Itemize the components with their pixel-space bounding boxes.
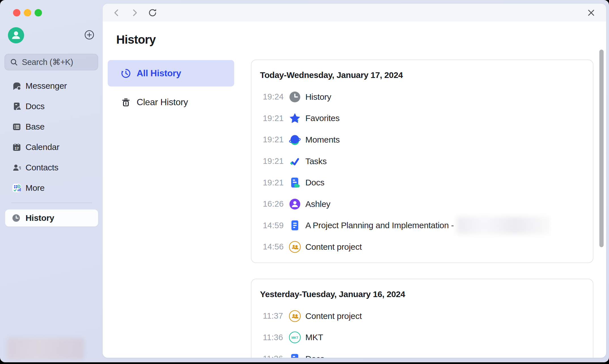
moments-icon xyxy=(289,134,301,146)
history-entry[interactable]: 19:21 Docs xyxy=(251,172,593,193)
sidebar-item-base[interactable]: Base xyxy=(0,117,103,137)
entry-time: 19:21 xyxy=(263,156,289,166)
sidebar: Messenger Docs Base 17Calendar Contacts … xyxy=(0,0,103,362)
entry-time: 14:56 xyxy=(263,242,289,251)
add-button[interactable] xyxy=(84,30,94,40)
sidebar-item-label: More xyxy=(26,183,45,193)
scrollbar-thumb[interactable] xyxy=(599,50,604,247)
search-input[interactable] xyxy=(21,57,90,67)
mkt-icon: MKT xyxy=(289,331,301,343)
history-clock-icon xyxy=(12,214,20,222)
app-window: Messenger Docs Base 17Calendar Contacts … xyxy=(0,0,609,362)
sidebar-menu: Messenger Docs Base 17Calendar Contacts … xyxy=(0,76,103,198)
nav-label: Clear History xyxy=(137,97,188,107)
sidebar-item-label: Messenger xyxy=(26,81,67,91)
avatar-icon xyxy=(289,198,301,210)
history-entry[interactable]: 19:21 Moments xyxy=(251,129,593,151)
entry-time: 14:59 xyxy=(263,221,289,230)
page-title: History xyxy=(116,33,156,46)
forward-button[interactable] xyxy=(130,8,140,18)
window-zoom-button[interactable] xyxy=(35,9,42,16)
chevron-right-icon xyxy=(130,8,140,18)
sidebar-item-history[interactable]: History xyxy=(5,209,98,227)
docs-icon xyxy=(12,102,21,111)
redacted-text-region xyxy=(457,217,550,234)
trash-icon xyxy=(121,98,131,107)
doc-icon xyxy=(289,219,301,231)
nav-all-history[interactable]: All History xyxy=(108,60,234,86)
main-panel: History All History xyxy=(103,4,606,358)
entry-time: 11:36 xyxy=(263,354,289,358)
history-nav: All History Clear History xyxy=(108,60,234,115)
search-icon xyxy=(10,58,18,66)
sidebar-item-messenger[interactable]: Messenger xyxy=(0,76,103,96)
entry-label: Content project xyxy=(305,311,362,321)
entry-time: 19:21 xyxy=(263,114,289,123)
entry-label: Docs xyxy=(305,354,324,358)
docs-icon xyxy=(289,353,301,358)
all-history-icon xyxy=(121,69,131,78)
back-button[interactable] xyxy=(111,8,122,18)
entry-list: 11:37 Content project11:36 MKTMKT11:36 D… xyxy=(251,305,593,358)
sidebar-item-more[interactable]: More xyxy=(0,178,103,198)
plus-circle-icon xyxy=(84,30,94,40)
redacted-sidebar-region xyxy=(7,338,84,359)
refresh-icon xyxy=(147,8,158,18)
sidebar-divider xyxy=(11,203,92,203)
entry-label: Favorites xyxy=(305,113,340,123)
history-entry[interactable]: 19:21 Favorites xyxy=(251,108,593,129)
history-entry[interactable]: 14:56 Content project xyxy=(251,236,593,258)
history-entry[interactable]: 19:21 Tasks xyxy=(251,151,593,172)
svg-text:17: 17 xyxy=(15,146,19,151)
nav-label: All History xyxy=(137,68,181,79)
person-icon xyxy=(8,27,24,43)
entry-label: Content project xyxy=(305,242,362,252)
close-panel-button[interactable] xyxy=(586,8,596,18)
history-entry[interactable]: 16:26 Ashley xyxy=(251,193,593,215)
calendar-icon: 17 xyxy=(12,143,21,152)
history-entry[interactable]: 14:59 A Project Planning and Implementat… xyxy=(251,215,593,236)
history-entry[interactable]: 11:37 Content project xyxy=(251,305,593,327)
favorites-icon xyxy=(289,112,301,124)
sidebar-item-docs[interactable]: Docs xyxy=(0,96,103,117)
search-box[interactable] xyxy=(5,54,98,70)
history-group-card: Today-Wednesday, January 17, 202419:24 H… xyxy=(251,60,593,263)
window-minimize-button[interactable] xyxy=(24,9,31,16)
sidebar-item-calendar[interactable]: 17Calendar xyxy=(0,137,103,157)
entry-time: 16:26 xyxy=(263,199,289,209)
history-entry[interactable]: 11:36 MKTMKT xyxy=(251,327,593,348)
entry-label: History xyxy=(305,92,331,102)
entry-time: 11:36 xyxy=(263,333,289,342)
docs-icon xyxy=(289,177,301,189)
entry-time: 11:37 xyxy=(263,311,289,321)
entry-label: A Project Planning and Implementation - xyxy=(305,221,454,230)
group-title: Today-Wednesday, January 17, 2024 xyxy=(260,70,403,80)
close-icon xyxy=(586,8,596,18)
base-icon xyxy=(12,122,21,131)
history-group-card: Yesterday-Tuesday, January 16, 202411:37… xyxy=(251,279,593,358)
refresh-button[interactable] xyxy=(147,8,158,18)
user-avatar[interactable] xyxy=(8,27,24,43)
entry-time: 19:24 xyxy=(263,92,289,101)
sidebar-item-contacts[interactable]: Contacts xyxy=(0,157,103,178)
more-icon xyxy=(12,183,21,192)
entry-time: 19:21 xyxy=(263,178,289,187)
nav-clear-history[interactable]: Clear History xyxy=(108,89,234,115)
history-entry[interactable]: 19:24 History xyxy=(251,86,593,108)
contacts-icon xyxy=(12,163,21,172)
window-close-button[interactable] xyxy=(13,9,20,16)
history-icon xyxy=(289,91,301,103)
sidebar-item-label: Base xyxy=(26,122,45,132)
chevron-left-icon xyxy=(111,8,122,18)
toolbar xyxy=(103,4,606,22)
history-entry[interactable]: 11:36 Docs xyxy=(251,348,593,358)
entry-label: Tasks xyxy=(305,156,327,166)
sidebar-item-label: Contacts xyxy=(26,163,58,172)
entry-label: Moments xyxy=(305,135,340,145)
entry-list: 19:24 History19:21 Favorites19:21 Moment… xyxy=(251,86,593,258)
entry-label: Docs xyxy=(305,178,324,187)
messenger-icon xyxy=(12,81,21,90)
sidebar-item-label: History xyxy=(26,213,54,223)
group-icon xyxy=(289,241,301,253)
history-groups: Today-Wednesday, January 17, 202419:24 H… xyxy=(251,60,593,358)
